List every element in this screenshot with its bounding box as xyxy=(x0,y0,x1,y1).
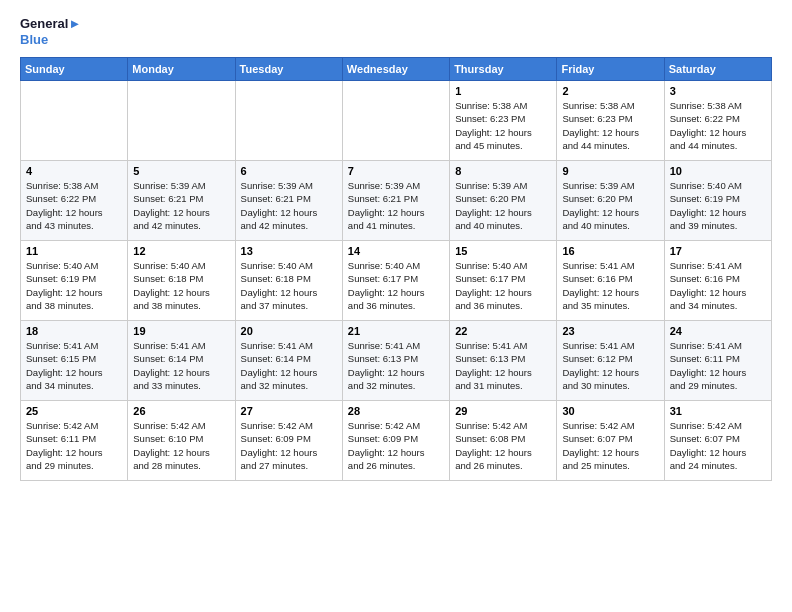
calendar-cell: 24Sunrise: 5:41 AM Sunset: 6:11 PM Dayli… xyxy=(664,321,771,401)
calendar-cell: 3Sunrise: 5:38 AM Sunset: 6:22 PM Daylig… xyxy=(664,81,771,161)
day-info: Sunrise: 5:41 AM Sunset: 6:14 PM Dayligh… xyxy=(133,339,229,392)
day-number: 2 xyxy=(562,85,658,97)
weekday-header-thursday: Thursday xyxy=(450,58,557,81)
day-number: 24 xyxy=(670,325,766,337)
calendar-cell: 25Sunrise: 5:42 AM Sunset: 6:11 PM Dayli… xyxy=(21,401,128,481)
day-number: 12 xyxy=(133,245,229,257)
calendar-cell: 9Sunrise: 5:39 AM Sunset: 6:20 PM Daylig… xyxy=(557,161,664,241)
weekday-header-tuesday: Tuesday xyxy=(235,58,342,81)
calendar-cell xyxy=(21,81,128,161)
calendar-cell: 10Sunrise: 5:40 AM Sunset: 6:19 PM Dayli… xyxy=(664,161,771,241)
calendar-cell: 28Sunrise: 5:42 AM Sunset: 6:09 PM Dayli… xyxy=(342,401,449,481)
day-info: Sunrise: 5:39 AM Sunset: 6:20 PM Dayligh… xyxy=(562,179,658,232)
weekday-header-row: SundayMondayTuesdayWednesdayThursdayFrid… xyxy=(21,58,772,81)
calendar-cell: 27Sunrise: 5:42 AM Sunset: 6:09 PM Dayli… xyxy=(235,401,342,481)
day-number: 26 xyxy=(133,405,229,417)
day-info: Sunrise: 5:42 AM Sunset: 6:09 PM Dayligh… xyxy=(348,419,444,472)
day-number: 15 xyxy=(455,245,551,257)
day-number: 28 xyxy=(348,405,444,417)
day-info: Sunrise: 5:39 AM Sunset: 6:20 PM Dayligh… xyxy=(455,179,551,232)
day-info: Sunrise: 5:42 AM Sunset: 6:10 PM Dayligh… xyxy=(133,419,229,472)
day-info: Sunrise: 5:41 AM Sunset: 6:12 PM Dayligh… xyxy=(562,339,658,392)
weekday-header-sunday: Sunday xyxy=(21,58,128,81)
calendar-cell: 12Sunrise: 5:40 AM Sunset: 6:18 PM Dayli… xyxy=(128,241,235,321)
day-info: Sunrise: 5:42 AM Sunset: 6:11 PM Dayligh… xyxy=(26,419,122,472)
calendar-cell: 23Sunrise: 5:41 AM Sunset: 6:12 PM Dayli… xyxy=(557,321,664,401)
calendar-cell: 20Sunrise: 5:41 AM Sunset: 6:14 PM Dayli… xyxy=(235,321,342,401)
day-number: 11 xyxy=(26,245,122,257)
day-info: Sunrise: 5:40 AM Sunset: 6:17 PM Dayligh… xyxy=(348,259,444,312)
day-info: Sunrise: 5:38 AM Sunset: 6:23 PM Dayligh… xyxy=(455,99,551,152)
calendar-cell: 22Sunrise: 5:41 AM Sunset: 6:13 PM Dayli… xyxy=(450,321,557,401)
day-info: Sunrise: 5:40 AM Sunset: 6:19 PM Dayligh… xyxy=(26,259,122,312)
day-info: Sunrise: 5:38 AM Sunset: 6:22 PM Dayligh… xyxy=(26,179,122,232)
day-number: 17 xyxy=(670,245,766,257)
calendar-cell: 8Sunrise: 5:39 AM Sunset: 6:20 PM Daylig… xyxy=(450,161,557,241)
calendar-cell: 26Sunrise: 5:42 AM Sunset: 6:10 PM Dayli… xyxy=(128,401,235,481)
day-info: Sunrise: 5:42 AM Sunset: 6:08 PM Dayligh… xyxy=(455,419,551,472)
calendar-cell: 15Sunrise: 5:40 AM Sunset: 6:17 PM Dayli… xyxy=(450,241,557,321)
page-header: General► Blue xyxy=(20,16,772,47)
day-info: Sunrise: 5:42 AM Sunset: 6:09 PM Dayligh… xyxy=(241,419,337,472)
logo-text: General► Blue xyxy=(20,16,81,47)
day-info: Sunrise: 5:40 AM Sunset: 6:19 PM Dayligh… xyxy=(670,179,766,232)
calendar-cell: 18Sunrise: 5:41 AM Sunset: 6:15 PM Dayli… xyxy=(21,321,128,401)
day-number: 3 xyxy=(670,85,766,97)
calendar-cell: 29Sunrise: 5:42 AM Sunset: 6:08 PM Dayli… xyxy=(450,401,557,481)
calendar-cell: 2Sunrise: 5:38 AM Sunset: 6:23 PM Daylig… xyxy=(557,81,664,161)
day-number: 8 xyxy=(455,165,551,177)
calendar-body: 1Sunrise: 5:38 AM Sunset: 6:23 PM Daylig… xyxy=(21,81,772,481)
day-number: 27 xyxy=(241,405,337,417)
calendar-cell: 1Sunrise: 5:38 AM Sunset: 6:23 PM Daylig… xyxy=(450,81,557,161)
day-number: 13 xyxy=(241,245,337,257)
calendar-cell: 13Sunrise: 5:40 AM Sunset: 6:18 PM Dayli… xyxy=(235,241,342,321)
calendar-week-3: 11Sunrise: 5:40 AM Sunset: 6:19 PM Dayli… xyxy=(21,241,772,321)
day-info: Sunrise: 5:41 AM Sunset: 6:13 PM Dayligh… xyxy=(348,339,444,392)
calendar-cell: 19Sunrise: 5:41 AM Sunset: 6:14 PM Dayli… xyxy=(128,321,235,401)
day-number: 6 xyxy=(241,165,337,177)
day-number: 25 xyxy=(26,405,122,417)
day-info: Sunrise: 5:38 AM Sunset: 6:22 PM Dayligh… xyxy=(670,99,766,152)
day-info: Sunrise: 5:41 AM Sunset: 6:14 PM Dayligh… xyxy=(241,339,337,392)
calendar-cell xyxy=(342,81,449,161)
day-number: 23 xyxy=(562,325,658,337)
day-number: 7 xyxy=(348,165,444,177)
calendar-cell xyxy=(128,81,235,161)
day-info: Sunrise: 5:41 AM Sunset: 6:13 PM Dayligh… xyxy=(455,339,551,392)
calendar-table: SundayMondayTuesdayWednesdayThursdayFrid… xyxy=(20,57,772,481)
day-number: 31 xyxy=(670,405,766,417)
calendar-cell: 14Sunrise: 5:40 AM Sunset: 6:17 PM Dayli… xyxy=(342,241,449,321)
day-number: 30 xyxy=(562,405,658,417)
calendar-cell: 31Sunrise: 5:42 AM Sunset: 6:07 PM Dayli… xyxy=(664,401,771,481)
weekday-header-wednesday: Wednesday xyxy=(342,58,449,81)
day-info: Sunrise: 5:41 AM Sunset: 6:16 PM Dayligh… xyxy=(670,259,766,312)
day-info: Sunrise: 5:39 AM Sunset: 6:21 PM Dayligh… xyxy=(348,179,444,232)
calendar-cell: 17Sunrise: 5:41 AM Sunset: 6:16 PM Dayli… xyxy=(664,241,771,321)
day-number: 4 xyxy=(26,165,122,177)
day-number: 22 xyxy=(455,325,551,337)
calendar-cell xyxy=(235,81,342,161)
calendar-cell: 30Sunrise: 5:42 AM Sunset: 6:07 PM Dayli… xyxy=(557,401,664,481)
day-info: Sunrise: 5:41 AM Sunset: 6:11 PM Dayligh… xyxy=(670,339,766,392)
day-info: Sunrise: 5:39 AM Sunset: 6:21 PM Dayligh… xyxy=(241,179,337,232)
day-number: 1 xyxy=(455,85,551,97)
calendar-week-1: 1Sunrise: 5:38 AM Sunset: 6:23 PM Daylig… xyxy=(21,81,772,161)
calendar-cell: 4Sunrise: 5:38 AM Sunset: 6:22 PM Daylig… xyxy=(21,161,128,241)
calendar-cell: 11Sunrise: 5:40 AM Sunset: 6:19 PM Dayli… xyxy=(21,241,128,321)
calendar-cell: 7Sunrise: 5:39 AM Sunset: 6:21 PM Daylig… xyxy=(342,161,449,241)
weekday-header-friday: Friday xyxy=(557,58,664,81)
calendar-week-4: 18Sunrise: 5:41 AM Sunset: 6:15 PM Dayli… xyxy=(21,321,772,401)
day-info: Sunrise: 5:41 AM Sunset: 6:16 PM Dayligh… xyxy=(562,259,658,312)
day-number: 20 xyxy=(241,325,337,337)
weekday-header-saturday: Saturday xyxy=(664,58,771,81)
calendar-cell: 6Sunrise: 5:39 AM Sunset: 6:21 PM Daylig… xyxy=(235,161,342,241)
day-info: Sunrise: 5:41 AM Sunset: 6:15 PM Dayligh… xyxy=(26,339,122,392)
day-number: 29 xyxy=(455,405,551,417)
calendar-cell: 21Sunrise: 5:41 AM Sunset: 6:13 PM Dayli… xyxy=(342,321,449,401)
day-info: Sunrise: 5:39 AM Sunset: 6:21 PM Dayligh… xyxy=(133,179,229,232)
day-info: Sunrise: 5:40 AM Sunset: 6:18 PM Dayligh… xyxy=(133,259,229,312)
calendar-cell: 16Sunrise: 5:41 AM Sunset: 6:16 PM Dayli… xyxy=(557,241,664,321)
logo: General► Blue xyxy=(20,16,81,47)
day-number: 5 xyxy=(133,165,229,177)
day-info: Sunrise: 5:38 AM Sunset: 6:23 PM Dayligh… xyxy=(562,99,658,152)
